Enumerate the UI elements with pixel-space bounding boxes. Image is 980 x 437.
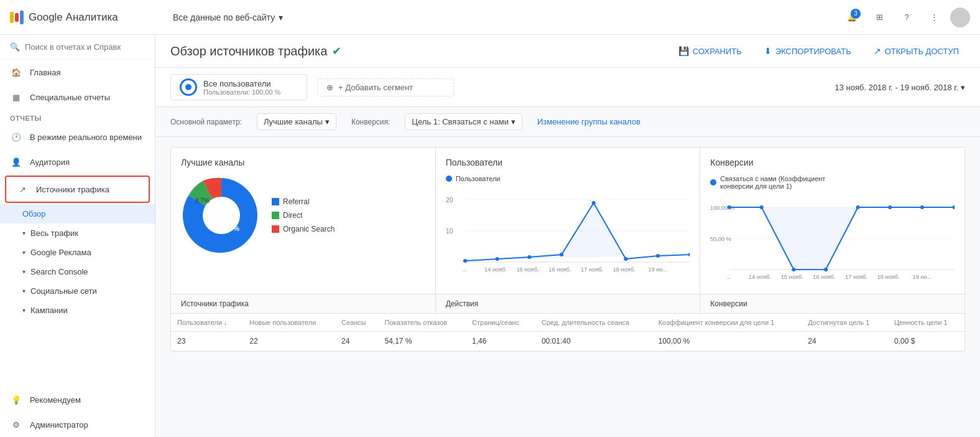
traffic-icon: ↗ [16,183,29,195]
svg-text:18 нояб.: 18 нояб. [612,266,635,273]
verified-icon: ✔ [332,44,341,58]
primary-dimension-dropdown[interactable]: Лучшие каналы ▾ [257,113,336,130]
col-sessions[interactable]: Сеансы [335,314,378,332]
cell-new-users: 22 [243,332,335,351]
share-button[interactable]: ↗ ОТКРЫТЬ ДОСТУП [867,42,965,60]
channel-change-link[interactable]: Изменение группы каналов [537,117,640,126]
svg-point-34 [856,205,860,209]
svg-point-14 [624,257,627,261]
sidebar-subitem-all-traffic[interactable]: ▾ Весь трафик [0,223,155,243]
sidebar-item-audience[interactable]: 👤 Аудитория [0,149,155,174]
svg-point-10 [495,257,499,261]
col-bounce-rate[interactable]: Показатель отказов [378,314,466,332]
person-icon: 👤 [10,156,22,168]
page-title: Обзор источников трафика [170,44,327,59]
svg-text:15 нояб.: 15 нояб. [516,266,539,273]
search-icon: 🔍 [10,42,20,52]
pie-legend: Referral Direct Organic Search [272,197,335,233]
svg-text:14 нояб.: 14 нояб. [749,274,771,280]
sidebar-item-recommend[interactable]: 💡 Рекомендуем [0,387,155,412]
add-segment-button[interactable]: ⊕ + Добавить сегмент [317,78,454,96]
chevron-icon: ▾ [22,288,25,294]
sidebar-subitem-google-ads[interactable]: ▾ Google Реклама [0,243,155,262]
conversions-line-chart: 100,00 % 50,00 % [710,195,955,282]
users-line-chart: 20 10 [446,187,690,275]
logo-area: Google Аналитика [10,11,165,24]
chevron-down-icon: ▾ [511,117,515,126]
main-layout: 🔍 🏠 Главная ▦ Специальные отчеты ОТЧЕТЫ … [0,35,980,437]
sidebar: 🔍 🏠 Главная ▦ Специальные отчеты ОТЧЕТЫ … [0,35,155,437]
sidebar-subitem-overview[interactable]: Обзор [0,204,155,223]
svg-point-16 [688,253,690,256]
chevron-down-icon: ▾ [279,12,283,22]
svg-marker-8 [465,203,690,261]
pie-chart-panel: Лучшие каналы 87% [171,148,436,294]
save-button[interactable]: 💾 СОХРАНИТЬ [672,42,748,60]
more-options-button[interactable]: ⋮ [923,6,945,29]
col-new-users[interactable]: Новые пользователи [243,314,335,332]
svg-text:17 нояб.: 17 нояб. [845,274,867,280]
date-range-selector[interactable]: 13 нояб. 2018 г. - 19 нояб. 2018 г. ▾ [834,83,965,92]
sidebar-subitem-search-console[interactable]: ▾ Search Console [0,262,155,281]
property-selector[interactable]: Все данные по веб-сайту ▾ [165,9,290,26]
svg-text:16 нояб.: 16 нояб. [813,274,836,280]
sidebar-item-traffic-sources[interactable]: ↗ Источники трафика [6,177,149,202]
svg-point-35 [889,205,892,209]
users-chart-panel: Пользователи Пользователи 20 10 [436,148,701,294]
table-section-traffic: Источники трафика [171,294,436,313]
cell-avg-duration: 00:01:40 [535,332,652,351]
sidebar-item-realtime[interactable]: 🕐 В режиме реального времени [0,125,155,149]
col-goal-value[interactable]: Ценность цели 1 [888,314,964,332]
notification-bell-button[interactable]: 🔔 3 [841,6,863,29]
conversion-dropdown[interactable]: Цель 1: Связаться с нами ▾ [405,113,522,130]
sidebar-section-reports: ОТЧЕТЫ [0,110,155,125]
data-table: Пользователи ↓ Новые пользователи Сеансы… [171,314,964,351]
export-button[interactable]: ⬇ ЭКСПОРТИРОВАТЬ [758,42,858,60]
svg-point-31 [760,205,764,209]
chevron-down-icon: ▾ [325,117,330,126]
sidebar-subitem-campaigns[interactable]: ▾ Кампании [0,301,155,320]
home-icon: 🏠 [10,66,22,78]
topbar: Google Аналитика Все данные по веб-сайту… [0,0,980,35]
sidebar-subitem-social[interactable]: ▾ Социальные сети [0,281,155,301]
add-segment-icon: ⊕ [326,83,333,92]
sidebar-item-admin[interactable]: ⚙ Администратор [0,412,155,437]
sidebar-search-area: 🔍 [0,35,155,60]
apps-grid-button[interactable]: ⊞ [868,6,890,29]
lightbulb-icon: 💡 [10,393,22,406]
svg-text:50,00 %: 50,00 % [710,236,731,242]
svg-point-13 [591,201,595,205]
svg-text:20: 20 [446,197,453,204]
segment-chip-all-users[interactable]: Все пользователи Пользователи: 100,00 % [170,74,307,100]
chevron-icon: ▾ [22,307,25,314]
col-pages-per-session[interactable]: Страниц/сеанс [466,314,535,332]
segment-ring-icon [180,78,197,96]
main-content: Обзор источников трафика ✔ 💾 СОХРАНИТЬ ⬇… [155,35,980,437]
cell-users: 23 [171,332,243,351]
svg-point-33 [824,268,828,271]
col-goal-completions[interactable]: Достигнутая цель 1 [802,314,888,332]
search-input[interactable] [25,42,145,52]
col-avg-duration[interactable]: Сред. длительность сеанса [535,314,652,332]
page-title-area: Обзор источников трафика ✔ [170,44,341,59]
avatar[interactable] [950,7,970,27]
table-section-conversions: Конверсии [700,294,964,313]
svg-text:8,7%: 8,7% [195,197,210,204]
sidebar-item-home[interactable]: 🏠 Главная [0,60,155,85]
export-icon: ⬇ [764,46,772,56]
table-section-headers: Источники трафика Действия Конверсии [171,294,964,314]
col-users[interactable]: Пользователи ↓ [171,314,243,332]
sidebar-item-special-reports[interactable]: ▦ Специальные отчеты [0,85,155,110]
col-conversion-rate[interactable]: Коэффициент конверсии для цели 1 [652,314,802,332]
svg-point-12 [560,253,563,256]
grid-icon: ▦ [10,91,22,103]
cell-pages-per-session: 1,46 [466,332,535,351]
svg-text:17 нояб.: 17 нояб. [581,266,603,273]
header-actions: 💾 СОХРАНИТЬ ⬇ ЭКСПОРТИРОВАТЬ ↗ ОТКРЫТЬ Д… [672,42,965,60]
chevron-icon: ▾ [22,268,25,275]
google-analytics-icon [10,11,24,24]
table-section-actions: Действия [436,294,701,313]
content-header: Обзор источников трафика ✔ 💾 СОХРАНИТЬ ⬇… [155,35,980,68]
help-button[interactable]: ? [895,6,918,29]
filter-bar: Основной параметр: Лучшие каналы ▾ Конве… [155,107,980,137]
